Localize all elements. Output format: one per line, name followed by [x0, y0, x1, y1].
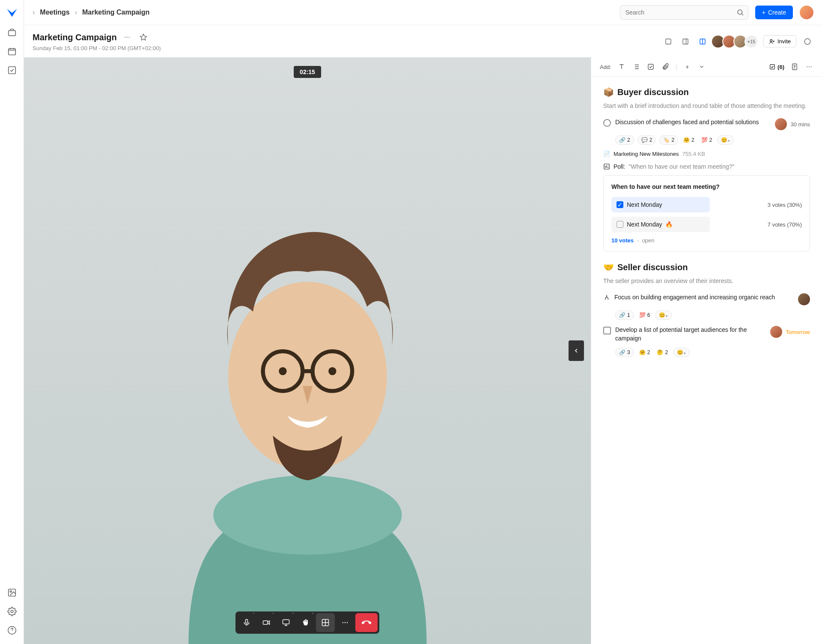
attachment-name: Marketing New Milestones — [614, 151, 679, 157]
package-icon: 📦 — [603, 87, 614, 97]
assignee-avatar[interactable] — [775, 118, 787, 130]
search-icon — [736, 9, 744, 16]
assignee-avatar[interactable] — [770, 326, 782, 338]
radio-icon[interactable] — [603, 119, 611, 127]
agenda-item[interactable]: Discussion of challenges faced and poten… — [603, 118, 810, 130]
svg-rect-8 — [666, 39, 671, 44]
attachment-size: 755.4 KB — [682, 151, 705, 157]
breadcrumb-campaign[interactable]: Marketing Campaign — [82, 9, 149, 16]
hundred-reaction[interactable]: 💯 2 — [700, 136, 714, 144]
next-participant-button[interactable] — [569, 340, 584, 361]
seller-reactions-1: 🔗 1 💯 6 😊₊ — [615, 310, 810, 320]
poll-option-2[interactable]: Next Monday 🔥 7 votes (70%) — [611, 217, 802, 232]
svg-point-5 — [11, 610, 13, 613]
add-reaction-button[interactable]: 😊₊ — [717, 135, 734, 145]
add-reaction-button[interactable]: 😊₊ — [655, 310, 672, 320]
poll-option-1[interactable]: ✓ Next Monday 3 votes (30%) — [611, 197, 802, 212]
seller-item1-text: Focus on building engagement and increas… — [614, 293, 794, 302]
view-split-icon[interactable] — [697, 36, 709, 48]
star-icon[interactable] — [137, 31, 149, 43]
tag-reaction[interactable]: 🏷️ 2 — [659, 135, 678, 145]
assignee-avatar[interactable] — [798, 293, 810, 305]
svg-rect-27 — [770, 65, 775, 69]
create-button[interactable]: + Create — [755, 6, 793, 19]
svg-point-4 — [10, 590, 12, 592]
seller-item-2[interactable]: Develop a list of potential target audie… — [603, 326, 810, 343]
chat-icon[interactable] — [801, 36, 813, 48]
poll-status: open — [642, 237, 655, 244]
briefcase-icon[interactable] — [7, 27, 17, 38]
poll-opt1-result: 3 votes (30%) — [768, 202, 802, 208]
breadcrumb-meetings[interactable]: Meetings — [40, 9, 69, 16]
mic-button[interactable]: ⌃ — [237, 613, 256, 632]
page-subtitle: Sunday Feb 15, 01:00 PM - 02:00 PM (GMT+… — [33, 45, 161, 51]
help-icon[interactable] — [7, 625, 17, 635]
text-tool-icon[interactable] — [617, 63, 626, 71]
svg-rect-21 — [283, 620, 289, 624]
view-sidebar-icon[interactable] — [679, 36, 691, 48]
add-reaction-button[interactable]: 😊₊ — [673, 348, 690, 357]
duration-label: 30 mins — [790, 121, 810, 128]
add-more-icon[interactable]: + — [683, 63, 691, 71]
camera-button[interactable]: ⌃ — [257, 613, 276, 632]
link-reaction[interactable]: 🔗 2 — [615, 135, 634, 145]
notes-icon[interactable] — [790, 63, 799, 71]
more-icon[interactable]: ⋯ — [121, 31, 133, 43]
svg-rect-20 — [263, 621, 268, 624]
screenshare-button[interactable]: ⌃ — [277, 613, 295, 632]
invite-button[interactable]: Invite — [763, 35, 796, 48]
svg-rect-2 — [8, 67, 15, 74]
more-controls-button[interactable] — [336, 613, 354, 632]
file-icon: 📄 — [603, 151, 610, 157]
image-icon[interactable] — [7, 587, 17, 598]
seller-reactions-2: 🔗 3 🤗 2 🤔 2 😊₊ — [615, 348, 810, 357]
checkbox-tool-icon[interactable] — [646, 63, 655, 71]
breadcrumb: › Meetings › Marketing Campaign — [33, 9, 149, 16]
end-call-button[interactable] — [355, 613, 378, 632]
checked-icon: ✓ — [616, 201, 623, 208]
seller-section-head: 🤝 Seller discussion — [603, 262, 810, 272]
link-reaction[interactable]: 🔗 1 — [615, 310, 634, 320]
participant-avatars[interactable]: +15 — [714, 35, 758, 48]
layout-button[interactable] — [316, 613, 335, 632]
settings-icon[interactable] — [7, 606, 17, 617]
search-input[interactable] — [620, 5, 748, 20]
app-logo-icon[interactable] — [6, 7, 18, 19]
seller-item-1[interactable]: Focus on building engagement and increas… — [603, 293, 810, 305]
calendar-icon[interactable] — [7, 46, 17, 57]
svg-rect-0 — [8, 30, 15, 36]
hundred-reaction[interactable]: 💯 6 — [637, 311, 652, 319]
list-tool-icon[interactable] — [632, 63, 640, 71]
tasks-counter[interactable]: (6) — [769, 63, 784, 70]
sidebar-nav — [0, 0, 24, 644]
svg-point-24 — [345, 622, 346, 623]
comment-reaction[interactable]: 💬 2 — [637, 135, 656, 145]
topbar: › Meetings › Marketing Campaign + Create — [24, 0, 822, 25]
checkbox-icon[interactable] — [603, 327, 611, 334]
participant-more[interactable]: +15 — [745, 35, 758, 48]
poll-title: When to have our next team meeting? — [611, 183, 802, 190]
view-single-icon[interactable] — [662, 36, 674, 48]
svg-point-13 — [213, 475, 402, 555]
seller-desc: The seller provides an overview of their… — [603, 277, 810, 286]
plus-icon: + — [762, 9, 765, 16]
invite-label: Invite — [777, 38, 791, 45]
attachment-row[interactable]: 📄 Marketing New Milestones 755.4 KB — [603, 151, 810, 157]
poll-icon — [603, 163, 610, 170]
think-reaction[interactable]: 🤔 2 — [655, 348, 670, 357]
dropdown-icon[interactable] — [697, 63, 706, 71]
buyer-desc: Start with a brief introduction and roun… — [603, 101, 810, 110]
raise-hand-button[interactable]: ⌃ — [296, 613, 315, 632]
hug-reaction[interactable]: 🤗 2 — [682, 136, 696, 144]
poll-total-votes[interactable]: 10 votes — [611, 237, 634, 244]
svg-point-7 — [738, 10, 742, 15]
tasks-icon[interactable] — [7, 65, 17, 75]
notes-toolbar: Add: | + (6) ⋯ — [591, 57, 822, 77]
more-options-icon[interactable]: ⋯ — [805, 63, 813, 71]
poll-opt2-result: 7 votes (70%) — [768, 221, 802, 228]
hug-reaction[interactable]: 🤗 2 — [637, 348, 652, 357]
attachment-tool-icon[interactable] — [661, 63, 670, 71]
link-reaction[interactable]: 🔗 3 — [615, 348, 634, 357]
page-header: Marketing Campaign ⋯ Sunday Feb 15, 01:0… — [24, 25, 822, 57]
user-avatar[interactable] — [800, 6, 813, 19]
